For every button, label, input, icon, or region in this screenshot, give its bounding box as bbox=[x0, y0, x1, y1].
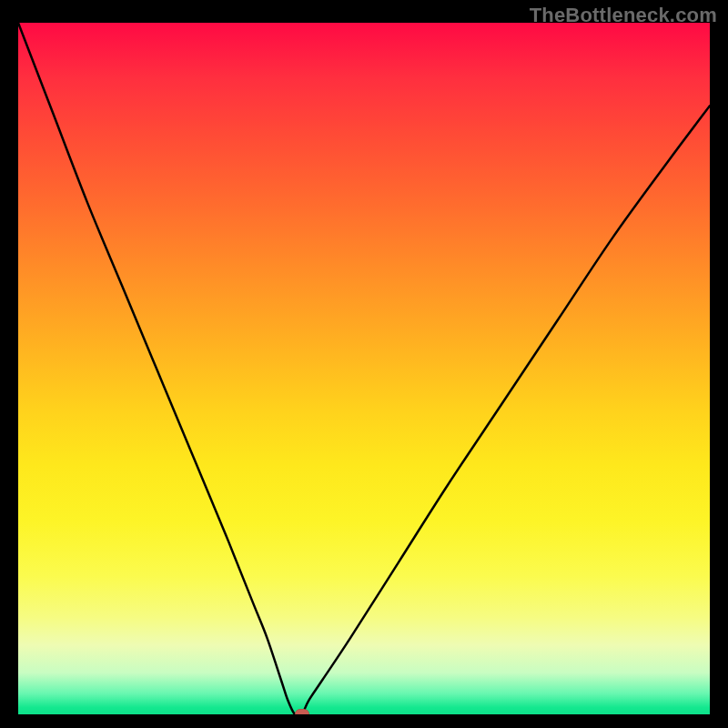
chart-frame: TheBottleneck.com bbox=[0, 0, 728, 728]
curve-svg bbox=[18, 23, 710, 714]
plot-area bbox=[18, 23, 710, 714]
bottleneck-curve bbox=[18, 23, 710, 714]
optimum-marker bbox=[295, 709, 309, 714]
watermark-text: TheBottleneck.com bbox=[530, 4, 717, 27]
